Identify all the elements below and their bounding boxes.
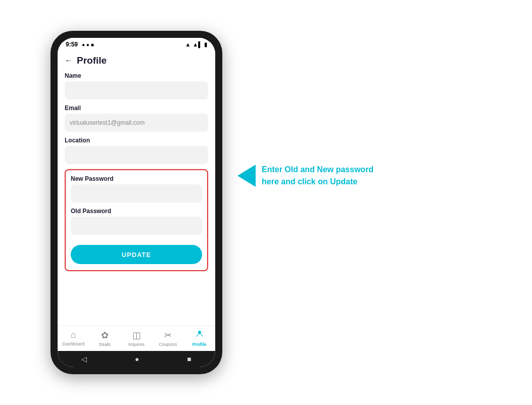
new-password-input[interactable] <box>71 184 202 202</box>
new-password-group: New Password <box>71 175 202 202</box>
profile-icon <box>195 329 204 341</box>
location-label: Location <box>65 137 208 144</box>
bottom-nav: ⌂ Dashboard ✿ Deals ◫ Inquires ✂ Coupons <box>58 326 215 351</box>
status-icons: ● ● ■ <box>80 42 94 47</box>
old-password-input[interactable] <box>71 217 202 235</box>
location-input[interactable] <box>65 146 208 164</box>
phone-screen: 9:59 ● ● ■ ▲ ▲▌ ▮ ← <box>58 38 215 367</box>
nav-label-coupons: Coupons <box>159 342 177 347</box>
nav-item-dashboard[interactable]: ⌂ Dashboard <box>58 330 89 346</box>
password-section: New Password Old Password UPDATE <box>65 169 208 271</box>
wifi-icon: ▲ <box>185 41 190 47</box>
old-password-group: Old Password <box>71 208 202 235</box>
nav-item-profile[interactable]: Profile <box>184 329 215 347</box>
status-time: 9:59 <box>66 41 78 48</box>
email-input[interactable] <box>65 114 208 132</box>
screen-content: ← Profile Name Email <box>58 50 215 351</box>
svg-point-0 <box>198 331 201 334</box>
android-nav-bar: ◁ ● ■ <box>58 351 215 367</box>
new-password-label: New Password <box>71 175 202 182</box>
battery-icon: ▮ <box>204 41 207 48</box>
email-label: Email <box>65 105 208 112</box>
callout-text-box: Enter Old and New passwordhere and click… <box>256 162 379 190</box>
nav-label-deals: Deals <box>99 342 111 347</box>
callout-text: Enter Old and New passwordhere and click… <box>262 164 373 188</box>
nav-item-coupons[interactable]: ✂ Coupons <box>152 330 183 347</box>
coupons-icon: ✂ <box>164 330 172 341</box>
status-bar: 9:59 ● ● ■ ▲ ▲▌ ▮ <box>58 38 215 50</box>
location-group: Location <box>65 137 208 164</box>
name-label: Name <box>65 72 208 79</box>
page-title: Profile <box>77 55 107 66</box>
nav-item-inquires[interactable]: ◫ Inquires <box>121 330 152 347</box>
android-recents-btn[interactable]: ■ <box>187 355 191 363</box>
notif-icon1: ● <box>82 42 85 47</box>
nav-item-deals[interactable]: ✿ Deals <box>89 330 120 347</box>
app-header: ← Profile <box>58 50 215 70</box>
update-button[interactable]: UPDATE <box>71 245 202 264</box>
name-group: Name <box>65 72 208 99</box>
android-home-btn[interactable]: ● <box>135 355 139 363</box>
signal-icon: ▲▌ <box>192 41 202 47</box>
email-group: Email <box>65 105 208 132</box>
back-button[interactable]: ← <box>65 56 73 65</box>
callout-arrow <box>237 165 256 187</box>
notif-icon3: ■ <box>91 42 94 47</box>
deals-icon: ✿ <box>101 330 109 341</box>
inquires-icon: ◫ <box>132 330 141 341</box>
scene: 9:59 ● ● ■ ▲ ▲▌ ▮ ← <box>0 0 532 405</box>
form-area: Name Email Location <box>58 70 215 326</box>
phone-shell: 9:59 ● ● ■ ▲ ▲▌ ▮ ← <box>51 31 222 374</box>
notif-icon2: ● <box>86 42 89 47</box>
nav-label-inquires: Inquires <box>128 342 144 347</box>
nav-label-dashboard: Dashboard <box>62 341 84 346</box>
dashboard-icon: ⌂ <box>71 330 76 340</box>
old-password-label: Old Password <box>71 208 202 215</box>
android-back-btn[interactable]: ◁ <box>81 355 87 363</box>
status-left: 9:59 ● ● ■ <box>66 41 94 48</box>
name-input[interactable] <box>65 81 208 99</box>
status-right: ▲ ▲▌ ▮ <box>185 41 207 48</box>
nav-label-profile: Profile <box>192 342 207 347</box>
callout-container: Enter Old and New passwordhere and click… <box>237 162 379 190</box>
